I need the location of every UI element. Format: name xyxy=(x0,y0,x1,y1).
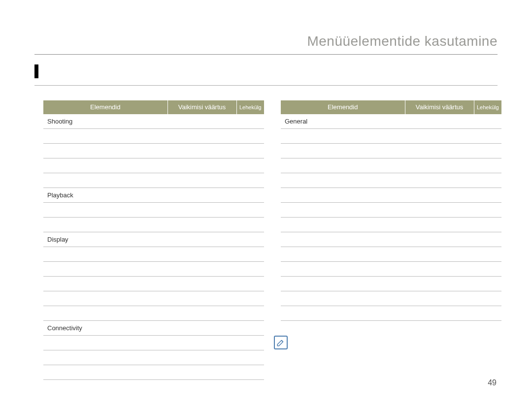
cell-category xyxy=(43,306,99,321)
cell-page xyxy=(236,203,264,218)
page-title: Menüüelementide kasutamine xyxy=(307,33,498,49)
cell-default xyxy=(405,262,474,277)
cell-category: Playback xyxy=(43,188,99,203)
cell-page xyxy=(236,144,264,158)
cell-default xyxy=(167,173,236,188)
cell-default xyxy=(167,144,236,158)
cell-item xyxy=(336,144,405,158)
cell-item xyxy=(336,291,405,306)
table-row xyxy=(281,173,501,188)
cell-category xyxy=(281,188,336,203)
table-row: General xyxy=(281,114,501,129)
cell-item xyxy=(99,218,167,232)
table-row: Display xyxy=(43,232,264,247)
cell-page xyxy=(474,173,501,188)
cell-default xyxy=(167,158,236,173)
col-header-page: Lehekülg xyxy=(236,100,264,114)
table-row xyxy=(43,306,264,321)
table-row xyxy=(281,262,501,277)
table-row xyxy=(43,350,264,365)
cell-item xyxy=(99,321,167,336)
cell-category: Shooting xyxy=(43,114,99,129)
cell-item xyxy=(99,158,167,173)
table-row xyxy=(43,173,264,188)
cell-category xyxy=(281,232,336,247)
cell-category xyxy=(43,158,99,173)
tables-container: Elemendid Vaikimisi väärtus Lehekülg Sho… xyxy=(43,100,500,380)
cell-default xyxy=(405,291,474,306)
settings-table-right: Elemendid Vaikimisi väärtus Lehekülg Gen… xyxy=(281,100,501,321)
cell-category xyxy=(281,218,336,232)
cell-item xyxy=(336,247,405,262)
cell-category xyxy=(281,173,336,188)
cell-item xyxy=(99,291,167,306)
cell-default xyxy=(405,129,474,144)
cell-default xyxy=(167,129,236,144)
cell-default xyxy=(167,262,236,277)
cell-page xyxy=(474,306,501,321)
col-header-page: Lehekülg xyxy=(474,100,501,114)
cell-page xyxy=(236,306,264,321)
cell-category xyxy=(281,144,336,158)
cell-default xyxy=(405,277,474,291)
cell-category xyxy=(281,277,336,291)
cell-page xyxy=(474,262,501,277)
table-row xyxy=(281,218,501,232)
table-row xyxy=(281,129,501,144)
table-row xyxy=(43,218,264,232)
cell-item xyxy=(336,306,405,321)
cell-item xyxy=(336,114,405,129)
cell-category xyxy=(281,158,336,173)
cell-default xyxy=(405,173,474,188)
cell-category xyxy=(43,218,99,232)
table-row xyxy=(43,262,264,277)
cell-category xyxy=(43,336,99,350)
cell-item xyxy=(99,247,167,262)
page: Menüüelementide kasutamine Elemendid Vai… xyxy=(0,0,532,407)
cell-default xyxy=(167,291,236,306)
left-column: Elemendid Vaikimisi väärtus Lehekülg Sho… xyxy=(43,100,264,380)
cell-item xyxy=(336,203,405,218)
cell-item xyxy=(336,218,405,232)
cell-category xyxy=(281,262,336,277)
cell-page xyxy=(474,277,501,291)
cell-page xyxy=(236,158,264,173)
cell-item xyxy=(336,173,405,188)
cell-category xyxy=(281,247,336,262)
cell-default xyxy=(167,203,236,218)
cell-item xyxy=(336,232,405,247)
chapter-marker-icon xyxy=(34,64,38,78)
cell-category xyxy=(43,203,99,218)
cell-page xyxy=(236,232,264,247)
cell-item xyxy=(336,158,405,173)
table-row: Shooting xyxy=(43,114,264,129)
cell-category xyxy=(43,277,99,291)
table-row xyxy=(281,277,501,291)
settings-table-left: Elemendid Vaikimisi väärtus Lehekülg Sho… xyxy=(43,100,264,380)
cell-default xyxy=(167,232,236,247)
table-row xyxy=(43,144,264,158)
cell-default xyxy=(167,321,236,336)
cell-category xyxy=(43,144,99,158)
cell-default xyxy=(405,114,474,129)
cell-item xyxy=(99,129,167,144)
cell-item xyxy=(99,350,167,365)
cell-page xyxy=(474,188,501,203)
cell-page xyxy=(474,291,501,306)
col-header-default: Vaikimisi väärtus xyxy=(405,100,474,114)
table-row xyxy=(281,203,501,218)
cell-default xyxy=(405,144,474,158)
cell-category: General xyxy=(281,114,336,129)
cell-category xyxy=(43,291,99,306)
cell-default xyxy=(405,158,474,173)
cell-item xyxy=(99,203,167,218)
cell-default xyxy=(167,218,236,232)
cell-item xyxy=(99,114,167,129)
cell-page xyxy=(236,188,264,203)
cell-category: Display xyxy=(43,232,99,247)
cell-default xyxy=(405,218,474,232)
cell-item xyxy=(336,262,405,277)
cell-page xyxy=(236,291,264,306)
cell-default xyxy=(405,247,474,262)
table-header-row: Elemendid Vaikimisi väärtus Lehekülg xyxy=(281,100,501,114)
